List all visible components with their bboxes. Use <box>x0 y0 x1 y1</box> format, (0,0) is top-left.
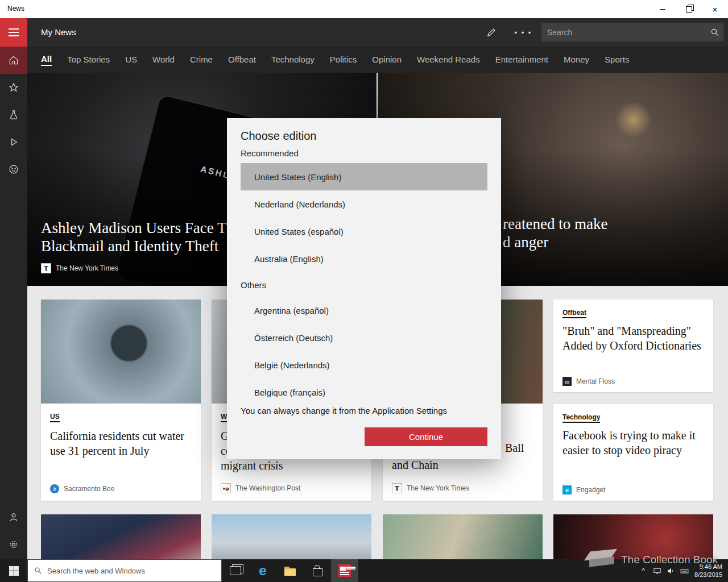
tab-entertainment[interactable]: Entertainment <box>495 55 548 65</box>
card-body: Offbeat "Bruh" and "Manspreading" Added … <box>553 300 713 392</box>
hero-title-line2: Blackmail and Identity Theft <box>41 237 234 255</box>
task-view-button[interactable] <box>222 559 249 582</box>
tab-all[interactable]: All <box>41 54 52 66</box>
app-header: My News • • • <box>27 18 728 47</box>
start-button[interactable] <box>0 559 27 582</box>
edge-button[interactable]: e <box>249 559 276 582</box>
wapo-icon: wp <box>221 483 231 493</box>
category-navbar: All Top Stories US World Crime Offbeat T… <box>27 47 728 73</box>
clock-date: 8/23/2015 <box>694 571 722 579</box>
card-source: b Sacramento Bee <box>50 484 114 493</box>
card-source: T The New York Times <box>392 483 469 493</box>
minimize-button[interactable] <box>650 0 676 18</box>
hero-left-text: Ashley Madison Users Face Th Blackmail a… <box>41 219 234 273</box>
search-submit[interactable] <box>706 23 723 41</box>
tab-opinion[interactable]: Opinion <box>372 55 402 65</box>
mentalfloss-icon: m <box>562 377 572 386</box>
others-label: Others <box>241 280 266 290</box>
folder-icon <box>284 568 296 576</box>
edit-sources-button[interactable] <box>482 23 500 41</box>
sidebar-item-favorites[interactable] <box>0 74 27 101</box>
store-button[interactable] <box>304 559 331 582</box>
edition-option-argentina[interactable]: Argentina (español) <box>241 297 487 324</box>
taskbar-clock[interactable]: 9:46 AM 8/23/2015 <box>694 563 722 579</box>
close-button[interactable]: × <box>702 0 728 18</box>
person-icon <box>8 512 19 523</box>
nyt-icon: T <box>41 263 51 273</box>
hamburger-menu-button[interactable] <box>0 18 27 47</box>
article-card-facebook-piracy[interactable]: Technology Facebook is trying to make it… <box>553 404 713 501</box>
task-view-icon <box>230 566 241 575</box>
keyboard-icon <box>680 566 689 576</box>
hero-source: T The New York Times <box>41 263 234 273</box>
sidebar-item-interests[interactable] <box>0 101 27 128</box>
store-bag-icon <box>313 568 322 576</box>
sidebar-item-home[interactable] <box>0 47 27 74</box>
tab-world[interactable]: World <box>152 55 175 65</box>
tab-us[interactable]: US <box>125 55 137 65</box>
titlebar: News × <box>0 0 728 18</box>
sidebar-item-account[interactable] <box>0 504 27 531</box>
play-icon <box>8 136 19 148</box>
tab-top-stories[interactable]: Top Stories <box>67 55 110 65</box>
card-title-fragment-2: and Chain <box>392 459 439 472</box>
edition-option-osterreich[interactable]: Österreich (Deutsch) <box>241 324 487 351</box>
restore-icon <box>686 6 692 13</box>
category-badge: W <box>221 413 227 422</box>
network-button[interactable] <box>650 559 664 582</box>
edition-option-belgique[interactable]: Belgique (français) <box>241 379 487 406</box>
tray-expand-button[interactable]: ^ <box>636 559 650 582</box>
article-card-california-water[interactable]: US California residents cut water use 31… <box>41 300 201 501</box>
restore-button[interactable] <box>676 0 702 18</box>
article-card-oxford-dictionaries[interactable]: Offbeat "Bruh" and "Manspreading" Added … <box>553 300 713 392</box>
network-icon <box>652 566 662 576</box>
tab-crime[interactable]: Crime <box>190 55 213 65</box>
more-options-button[interactable]: • • • <box>514 23 532 41</box>
touch-keyboard-button[interactable] <box>677 559 691 582</box>
page-title: My News <box>41 18 76 47</box>
card-source: e Engadget <box>562 485 605 494</box>
taskbar-search-input[interactable] <box>46 566 221 576</box>
dialog-title: Choose edition <box>241 130 316 143</box>
edition-option-australia[interactable]: Australia (English) <box>241 245 487 272</box>
pencil-icon <box>486 27 497 38</box>
card-image-pipe <box>41 300 201 404</box>
nyt-icon: T <box>392 483 402 493</box>
tab-sports[interactable]: Sports <box>605 55 629 65</box>
sidebar-item-settings[interactable] <box>0 531 27 558</box>
continue-button[interactable]: Continue <box>365 427 487 446</box>
flask-icon <box>8 109 19 120</box>
card-title: "Bruh" and "Manspreading" Added by Oxfor… <box>562 323 704 353</box>
gear-icon <box>8 539 19 550</box>
edition-option-belgie[interactable]: België (Nederlands) <box>241 351 487 379</box>
tab-money[interactable]: Money <box>564 55 589 65</box>
edition-option-us-english[interactable]: United States (English) <box>241 163 487 190</box>
card-source-name: The Washington Post <box>235 484 300 492</box>
card-source: m Mental Floss <box>562 377 615 386</box>
clock-time: 9:46 AM <box>694 563 722 571</box>
volume-button[interactable] <box>664 559 677 582</box>
sidebar-item-videos[interactable] <box>0 128 27 156</box>
card-source-name: Engadget <box>576 486 605 494</box>
taskbar-search-box <box>27 559 222 582</box>
hero-source-name: The New York Times <box>56 264 118 272</box>
tab-weekend-reads[interactable]: Weekend Reads <box>417 55 480 65</box>
window-title: News <box>7 5 24 13</box>
engadget-icon: e <box>562 485 572 494</box>
edition-option-us-espanol[interactable]: United States (español) <box>241 218 487 245</box>
smiley-icon <box>8 164 19 175</box>
search-icon <box>710 27 720 38</box>
news-app-button[interactable] <box>331 559 358 582</box>
card-title: Facebook is trying to make it easier to … <box>562 428 704 458</box>
sidebar-item-reactions[interactable] <box>0 156 27 183</box>
tab-offbeat[interactable]: Offbeat <box>228 55 256 65</box>
star-icon <box>8 82 19 93</box>
search-input[interactable] <box>541 28 706 37</box>
edition-option-nederland[interactable]: Nederland (Nederlands) <box>241 190 487 218</box>
hamburger-icon <box>9 28 19 36</box>
edge-icon: e <box>259 564 266 577</box>
tab-technology[interactable]: Technology <box>271 55 315 65</box>
file-explorer-button[interactable] <box>276 559 304 582</box>
tab-politics[interactable]: Politics <box>330 55 357 65</box>
close-icon: × <box>713 5 718 14</box>
